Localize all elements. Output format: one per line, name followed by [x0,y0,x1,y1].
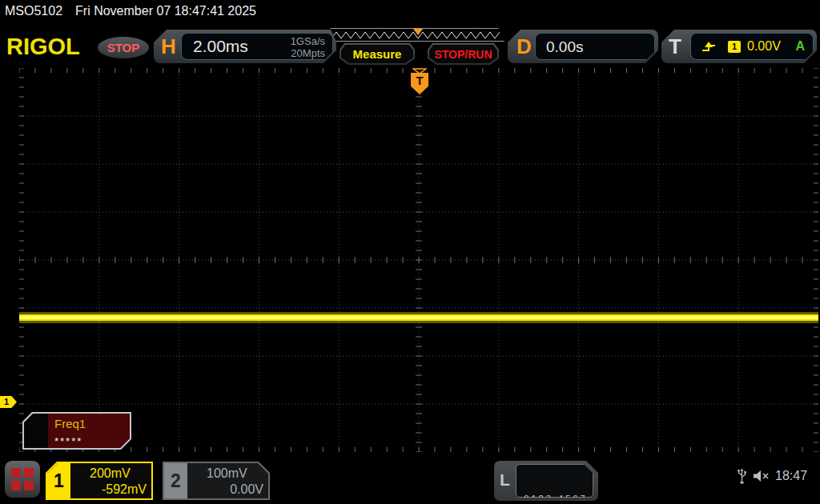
graticule-grid-lines [19,68,818,452]
logic-channel-numbers: 0 1 2 3 4 5 6 7 8 9 1011 12131415 [516,464,593,498]
delay-inner-box: 0.00s [535,33,655,60]
rigol-logo: RIGOL [6,34,80,60]
trigger-level-value: 0.00V [747,39,781,54]
measurement-value: ***** [54,435,82,447]
channel1-trace-highlight [19,316,818,319]
acquisition-info: 1GSa/s 20Mpts [291,35,325,59]
trigger-inner-box: 1 0.00V A [690,33,814,60]
speaker-muted-icon[interactable] [753,470,770,482]
overview-position-marker [413,29,423,35]
datetime-text: Fri November 07 18:47:41 2025 [75,4,256,18]
menu-grid-button[interactable] [5,461,40,498]
channel2-offset: 0.00V [191,482,263,497]
timebase-value: 2.00ms [193,37,248,56]
channel2-number-tab: 2 [164,463,187,498]
measure-button[interactable]: Measure [340,43,415,65]
horizontal-label: H [161,30,176,63]
status-area: 18:47 [737,468,807,484]
logic-label: L [500,470,510,490]
channel2-status-button[interactable]: 100mV 0.00V 2 [163,462,270,500]
delay-value: 0.00s [546,38,583,56]
model-name: MSO5102 [5,4,62,18]
grid-icon [11,468,34,490]
channel1-number-tab: 1 [47,463,70,498]
horizontal-inner-box: 2.00ms 1GSa/s 20Mpts [181,33,333,60]
delay-label: D [517,30,532,63]
waveform-overview-strip[interactable] [330,28,504,42]
run-state-badge: STOP [98,37,149,58]
clock-text: 18:47 [775,469,807,483]
delay-settings-button[interactable]: D 0.00s [508,30,658,63]
trigger-source-badge: 1 [728,41,741,53]
channel1-scale: 200mV [90,466,131,481]
rising-edge-trigger-icon [701,41,717,52]
sample-rate: 1GSa/s [291,35,325,47]
measurement-box-body: Freq1 ***** [48,414,130,448]
logic-channels-button[interactable]: L 0 1 2 3 4 5 6 7 8 9 1011 12131415 [494,461,598,501]
channel1-offset: -592mV [74,482,147,497]
memory-depth: 20Mpts [291,47,325,59]
channel2-scale: 100mV [207,466,247,481]
channel1-ground-marker[interactable]: 1 [0,396,17,408]
horizontal-settings-button[interactable]: H 2.00ms 1GSa/s 20Mpts [154,30,336,63]
stop-run-button[interactable]: STOP/RUN [428,43,499,65]
measurement-result-box[interactable]: Freq1 ***** [22,412,131,450]
trigger-mode-auto: A [795,39,805,54]
trigger-settings-button[interactable]: T 1 0.00V A [661,30,817,63]
usb-icon [737,468,747,484]
channel1-status-button[interactable]: 200mV -592mV 1 [46,462,153,500]
logic-row-1: 0 1 2 3 4 5 6 7 [517,493,593,504]
scope-display-grid [19,68,818,452]
trigger-label: T [669,30,681,63]
measurement-title: Freq1 [54,417,86,430]
title-bar: MSO5102 Fri November 07 18:47:41 2025 [5,4,256,18]
